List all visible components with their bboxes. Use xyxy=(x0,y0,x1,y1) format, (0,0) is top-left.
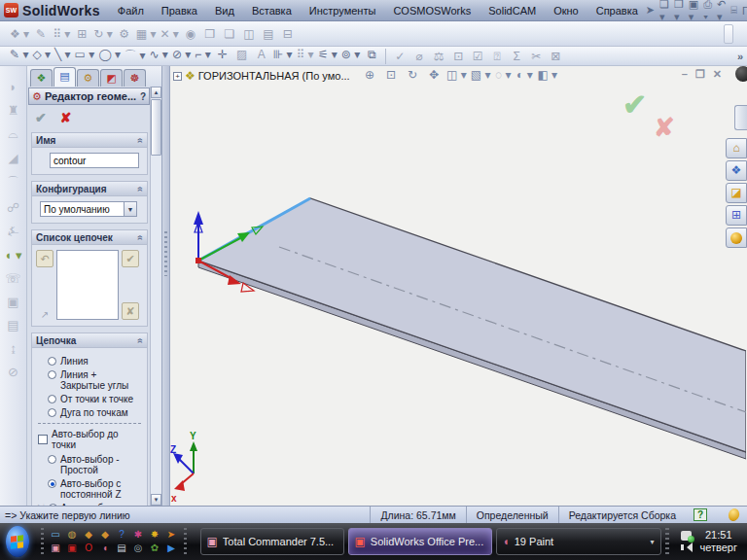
fillet-icon[interactable]: ⌐ ▾ xyxy=(193,47,212,65)
taskpane-view-palette-icon[interactable]: ⊞ xyxy=(726,205,747,226)
menu-file[interactable]: Файл xyxy=(110,3,152,18)
update-status-icon[interactable] xyxy=(681,531,692,541)
menu-cosmosworks[interactable]: COSMOSWorks xyxy=(385,3,479,18)
text-icon[interactable]: A xyxy=(252,47,271,65)
print-icon[interactable]: ⎙ ▾ xyxy=(703,0,712,23)
feature-tree-label[interactable]: ГОРИЗОНТАЛЬНАЯ (По умо... xyxy=(198,70,350,82)
linear-pattern-icon[interactable]: ⠿ ▾ xyxy=(51,26,72,42)
interference-icon[interactable]: ◫ xyxy=(239,26,259,42)
smart-dimension-icon[interactable]: ◇ ▾ xyxy=(30,47,53,65)
tree-expand-button[interactable]: + xyxy=(173,72,182,81)
convert-icon[interactable]: ⧉ xyxy=(362,47,381,65)
show-hidden-icon[interactable]: ⚙ xyxy=(115,26,134,42)
ok-button[interactable]: ✔ xyxy=(35,110,47,125)
section-view-icon[interactable]: ◧ ▾ xyxy=(537,68,557,82)
radio-autoselect-simple[interactable]: Авто-выбор - Простой xyxy=(48,454,143,475)
measure-icon[interactable]: ⌀ xyxy=(409,49,429,64)
open-document-icon[interactable]: ❐ ▾ xyxy=(674,0,684,23)
radio-autoselect-constant-z[interactable]: Авто-выбор с постоянной Z xyxy=(48,478,143,500)
assembly-features-icon[interactable]: ▦ ▾ xyxy=(134,26,159,42)
taskbar-button-total-commander[interactable]: ▣ Total Commander 7.5... xyxy=(200,528,344,555)
toolbar-grip[interactable] xyxy=(724,24,733,44)
revolved-boss-icon[interactable]: ♜ xyxy=(8,103,19,118)
radio-arc-by-points[interactable]: Дуга по точкам xyxy=(48,407,143,418)
panel-splitter[interactable] xyxy=(162,66,170,506)
tab-featuremanager[interactable]: ❖ xyxy=(30,69,53,87)
options-label[interactable]: Г... xyxy=(742,5,747,17)
taskbar-button-paint[interactable]: ◖ 19 Paint ▾ xyxy=(496,528,661,555)
pattern-feature-icon[interactable]: ⊘ xyxy=(8,365,18,379)
line-icon[interactable]: ╲ ▾ xyxy=(53,47,73,65)
ql-show-desktop-icon[interactable]: ▭ xyxy=(51,529,59,541)
ql-helmet2-icon[interactable]: ◆ xyxy=(101,529,109,541)
radio-point-to-point[interactable]: От точки к точке xyxy=(48,394,143,404)
undo-icon[interactable]: ↶ ▾ xyxy=(717,0,726,23)
taskpane-appearances-button[interactable] xyxy=(726,228,747,248)
quicklaunch-grip[interactable] xyxy=(184,528,187,555)
name-input[interactable] xyxy=(50,153,139,168)
offset-icon[interactable]: ⊚ ▾ xyxy=(339,47,362,65)
doc-restore-button[interactable]: ❐ xyxy=(695,68,705,81)
mirror-icon[interactable]: ⊪ ▾ xyxy=(271,47,295,65)
taskpane-orb-icon[interactable] xyxy=(735,66,747,82)
tray-grip[interactable] xyxy=(665,528,669,555)
toolbar-overflow-button[interactable]: » xyxy=(737,51,743,62)
menu-window[interactable]: Окно xyxy=(546,3,587,18)
chevron-down-icon[interactable]: ▼ xyxy=(124,202,136,216)
circle-icon[interactable]: ◯ ▾ xyxy=(96,47,123,65)
undo-chain-button[interactable]: ↶ xyxy=(36,250,53,267)
extruded-cut-icon[interactable]: ⌒ xyxy=(7,174,19,192)
ql-opera-icon[interactable]: O xyxy=(85,542,92,554)
ql-colorful-app-icon[interactable]: ✱ xyxy=(134,529,142,541)
ql-green-app-icon[interactable]: ✿ xyxy=(151,542,159,554)
chain-listbox[interactable] xyxy=(56,250,119,320)
taskpane-resources-icon[interactable]: ⌂ xyxy=(726,138,747,158)
select-cursor-icon[interactable]: ➤ xyxy=(646,4,655,17)
tab-configurationmanager[interactable]: ⚙ xyxy=(77,69,99,87)
new-document-icon[interactable]: ❏ ▾ xyxy=(659,0,669,23)
dome-icon[interactable]: ▤ xyxy=(7,318,18,332)
pattern-icon[interactable]: ⠿ ▾ xyxy=(295,47,316,65)
rebuild-icon[interactable]: ⌸ xyxy=(730,4,737,17)
pan-icon[interactable]: ✥ xyxy=(425,68,443,82)
draft-icon[interactable]: ☏ xyxy=(5,271,20,286)
configuration-select[interactable]: По умолчанию ▼ xyxy=(40,201,137,217)
smart-fasteners-icon[interactable]: ⊞ xyxy=(72,26,91,42)
ql-globe-icon[interactable]: ◍ xyxy=(68,529,77,541)
checkbox-autoselect-to-point[interactable]: Авто-выбор до точки xyxy=(38,429,143,450)
ql-media-play-icon[interactable]: ▶ xyxy=(167,542,175,554)
graphics-viewport[interactable]: Y Z x + ❖ ГОРИЗОНТАЛЬНАЯ (По умо... ⊕⊡↻✥… xyxy=(170,66,747,506)
tab-propertymanager[interactable]: ▤ xyxy=(53,67,76,87)
doc-minimize-button[interactable]: – xyxy=(682,68,688,81)
deviation-icon[interactable]: ✂ xyxy=(526,49,546,64)
display-style-icon[interactable]: ▧ ▾ xyxy=(471,68,491,82)
point-icon[interactable]: ✛ xyxy=(213,47,232,65)
mass-properties-icon[interactable]: ⚖ xyxy=(429,49,448,64)
fillet-feature-icon[interactable]: ☍ xyxy=(7,200,19,215)
ql-star-app-icon[interactable]: ✸ xyxy=(151,529,159,541)
panel-scrollbar[interactable]: ▲ ▼ xyxy=(150,87,161,506)
rectangle-icon[interactable]: ▭ ▾ xyxy=(73,47,97,65)
menu-solidcam[interactable]: SolidCAM xyxy=(480,3,544,18)
equations-icon[interactable]: Σ xyxy=(507,49,526,64)
cancel-button[interactable]: ✘ xyxy=(60,110,72,125)
delete-chain-button[interactable]: ✘ xyxy=(122,302,139,320)
ql-helmet1-icon[interactable]: ◆ xyxy=(85,529,92,541)
zoom-area-icon[interactable]: ⊡ xyxy=(382,68,400,82)
confirm-ok-icon[interactable]: ✔ xyxy=(622,88,647,122)
lofted-boss-icon[interactable]: ◢ xyxy=(9,151,18,165)
doc-close-button[interactable]: ✕ xyxy=(713,68,722,81)
hole-wizard-icon[interactable]: ▣ xyxy=(7,295,18,309)
insert-component-icon[interactable]: ❖ ▾ xyxy=(8,26,31,42)
ql-pink-app-icon[interactable]: ▣ xyxy=(51,542,59,554)
ql-gray-app-icon[interactable]: ◎ xyxy=(134,542,143,554)
standard-views-icon[interactable]: ◫ ▾ xyxy=(446,68,467,82)
menu-help[interactable]: Справка xyxy=(588,3,646,18)
radio-line[interactable]: Линия xyxy=(48,356,143,367)
appearance-icon[interactable]: ◐ ▾ xyxy=(516,68,533,82)
reference-geometry-icon[interactable]: ✕ ▾ xyxy=(158,26,180,42)
mate-icon[interactable]: ✎ xyxy=(31,26,51,42)
ql-question-icon[interactable]: ? xyxy=(119,529,124,541)
assembly-xpert-icon[interactable]: ▤ xyxy=(259,26,278,42)
swept-boss-icon[interactable]: ⌓ xyxy=(8,126,18,142)
